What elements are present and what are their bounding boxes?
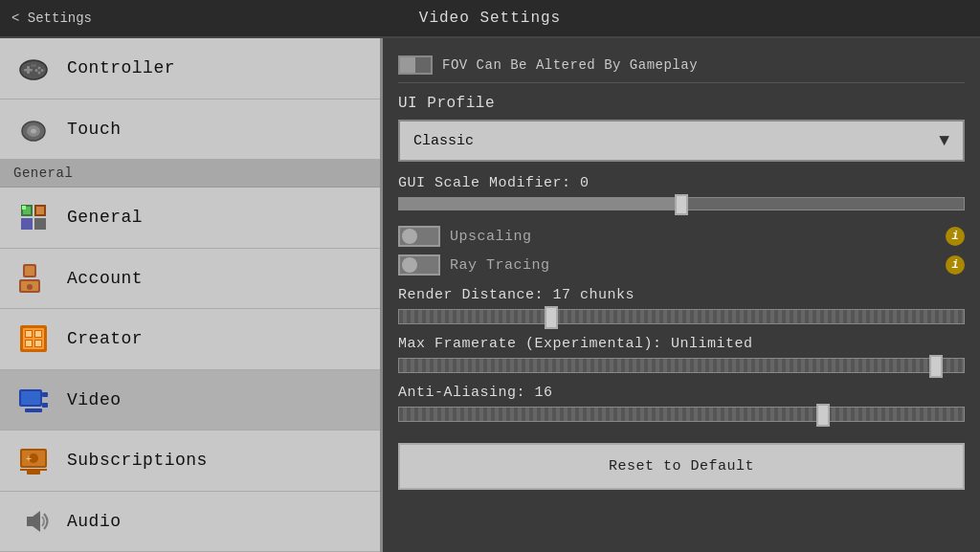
upscaling-left: Upscaling — [398, 226, 532, 247]
max-framerate-slider[interactable] — [398, 358, 965, 373]
general-label: General — [67, 208, 143, 227]
sidebar-item-subscriptions[interactable]: + Subscriptions — [0, 431, 380, 492]
sidebar-item-controller[interactable]: Controller — [0, 38, 380, 99]
general-icon — [15, 199, 52, 235]
settings-content: FOV Can Be Altered By Gameplay UI Profil… — [383, 38, 980, 509]
max-framerate-label: Max Framerate (Experimental): Unlimited — [398, 336, 965, 352]
svg-rect-30 — [35, 331, 41, 337]
svg-point-22 — [27, 284, 33, 290]
fov-label: FOV Can Be Altered By Gameplay — [442, 57, 698, 73]
ray-tracing-info-icon[interactable]: i — [946, 255, 965, 275]
upscaling-info-icon[interactable]: i — [946, 227, 965, 246]
svg-rect-13 — [22, 206, 26, 210]
fov-row: FOV Can Be Altered By Gameplay — [398, 48, 965, 83]
account-label: Account — [67, 269, 143, 288]
anti-aliasing-slider[interactable] — [398, 407, 965, 422]
main-content: Controller Touch General — [0, 38, 980, 552]
svg-rect-15 — [36, 207, 44, 214]
fov-toggle[interactable] — [398, 55, 433, 75]
ui-profile-label: UI Profile — [398, 95, 965, 112]
touch-label: Touch — [67, 120, 122, 139]
controller-label: Controller — [67, 58, 175, 77]
svg-rect-17 — [34, 218, 46, 230]
ray-tracing-label: Ray Tracing — [450, 257, 550, 274]
section-header-general: General — [0, 160, 380, 188]
page-title: Video Settings — [419, 10, 561, 27]
svg-point-5 — [35, 69, 38, 72]
sidebar-item-video[interactable]: Video — [0, 370, 380, 431]
svg-point-3 — [38, 67, 41, 70]
back-button[interactable]: < Settings — [11, 11, 92, 26]
dropdown-arrow-icon: ▼ — [939, 131, 949, 150]
ray-tracing-row: Ray Tracing i — [398, 254, 965, 276]
reset-button[interactable]: Reset to Default — [398, 443, 965, 490]
svg-rect-42 — [27, 470, 40, 475]
creator-icon — [15, 320, 52, 357]
sidebar: Controller Touch General — [0, 38, 383, 552]
svg-point-6 — [38, 72, 41, 75]
svg-rect-2 — [24, 69, 33, 72]
svg-rect-16 — [21, 218, 33, 230]
ray-tracing-left: Ray Tracing — [398, 254, 550, 276]
touch-icon — [15, 111, 52, 147]
creator-label: Creator — [67, 329, 143, 348]
upscaling-toggle[interactable] — [398, 226, 440, 247]
svg-rect-31 — [26, 341, 32, 346]
title-bar: < Settings Video Settings — [0, 0, 980, 38]
fov-toggle-knob — [400, 57, 415, 73]
render-distance-label: Render Distance: 17 chunks — [398, 287, 965, 303]
upscaling-label: Upscaling — [450, 229, 532, 245]
svg-point-10 — [31, 128, 36, 133]
svg-rect-32 — [35, 341, 41, 346]
svg-rect-34 — [21, 391, 40, 405]
svg-text:+: + — [26, 453, 32, 464]
svg-rect-36 — [42, 392, 48, 397]
subscriptions-label: Subscriptions — [67, 451, 208, 470]
audio-label: Audio — [67, 512, 122, 531]
upscaling-knob — [402, 229, 417, 244]
svg-rect-7 — [31, 64, 36, 67]
ui-profile-dropdown[interactable]: Classic ▼ — [398, 120, 965, 162]
ray-tracing-toggle[interactable] — [398, 254, 440, 276]
sidebar-item-touch[interactable]: Touch — [0, 99, 380, 161]
ui-profile-value: Classic — [413, 133, 474, 149]
account-icon — [15, 260, 52, 297]
gui-scale-label: GUI Scale Modifier: 0 — [398, 175, 965, 191]
sidebar-item-account[interactable]: Account — [0, 249, 380, 310]
svg-rect-19 — [25, 266, 34, 276]
svg-rect-35 — [25, 408, 42, 412]
ray-tracing-knob — [402, 257, 417, 273]
audio-icon — [15, 503, 52, 540]
gui-scale-slider[interactable] — [398, 197, 965, 210]
sidebar-item-creator[interactable]: Creator — [0, 309, 380, 370]
upscaling-row: Upscaling i — [398, 226, 965, 247]
video-label: Video — [67, 390, 122, 409]
controller-icon — [15, 50, 52, 86]
sidebar-item-general[interactable]: General — [0, 188, 380, 249]
render-distance-slider[interactable] — [398, 309, 965, 324]
video-icon — [15, 382, 52, 418]
right-panel: FOV Can Be Altered By Gameplay UI Profil… — [383, 38, 980, 552]
subscriptions-icon: + — [15, 442, 52, 478]
anti-aliasing-label: Anti-Aliasing: 16 — [398, 385, 965, 401]
sidebar-item-audio[interactable]: Audio — [0, 492, 380, 553]
svg-rect-29 — [26, 331, 32, 337]
svg-rect-37 — [42, 403, 48, 408]
svg-point-4 — [41, 69, 44, 72]
